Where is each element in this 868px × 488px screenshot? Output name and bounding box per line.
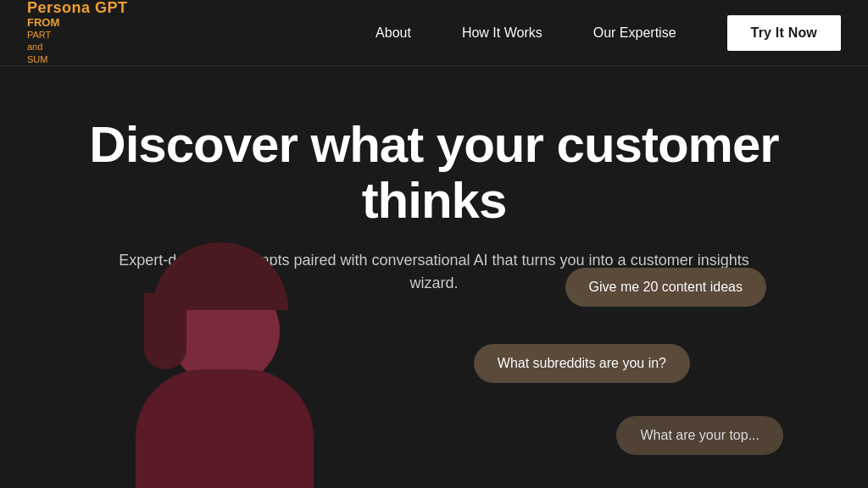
nav-our-expertise[interactable]: Our Expertise bbox=[593, 25, 676, 41]
navbar: Persona GPT FROM PARTandSUM About How It… bbox=[0, 0, 868, 66]
chat-bubble-1: Give me 20 content ideas bbox=[565, 268, 766, 307]
logo-from: FROM bbox=[27, 17, 128, 29]
nav-links: About How It Works Our Expertise Try It … bbox=[376, 15, 841, 51]
chat-illustration-area: Give me 20 content ideas What subreddits… bbox=[0, 251, 868, 488]
nav-how-it-works[interactable]: How It Works bbox=[462, 25, 542, 41]
nav-about[interactable]: About bbox=[376, 25, 411, 41]
chat-bubble-3: What are your top... bbox=[616, 416, 783, 455]
try-it-now-button[interactable]: Try It Now bbox=[727, 15, 841, 51]
char-hair-side bbox=[144, 293, 186, 369]
chat-bubble-2: What subreddits are you in? bbox=[474, 344, 690, 383]
logo-persona-gpt: Persona GPT bbox=[27, 0, 128, 17]
hero-title: Discover what your customer thinks bbox=[27, 117, 841, 229]
character-illustration bbox=[102, 268, 339, 488]
char-body bbox=[136, 369, 314, 488]
logo[interactable]: Persona GPT FROM PARTandSUM bbox=[27, 0, 128, 65]
hero-section: Discover what your customer thinks Exper… bbox=[0, 66, 868, 488]
logo-part-and-sum: PARTandSUM bbox=[27, 29, 128, 65]
